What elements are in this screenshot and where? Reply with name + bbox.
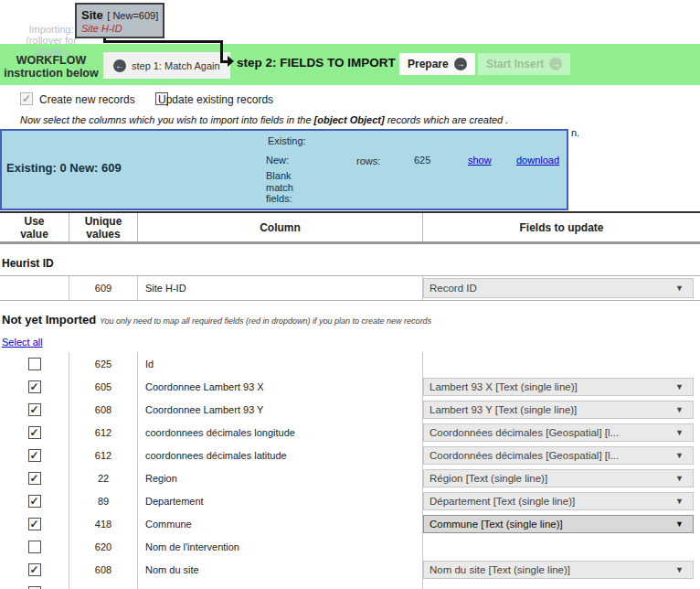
row-unique-count: 22 [69,466,137,489]
row-column-name: Nom du site [137,558,422,581]
table-row: 608 Nom du site Nom du site [Text (singl… [0,558,700,581]
row-field-dropdown[interactable]: Coordonnées décimales [Geospatial] [l...… [423,446,694,465]
table-row: 418 Commune Commune [Text (single line)]… [0,512,700,535]
row-use-checkbox[interactable] [28,426,41,439]
step2-heading: step 2: FIELDS TO IMPORT [237,56,396,70]
summary-rows-value: 625 [414,155,430,166]
row-unique-count: 620 [69,535,137,558]
prepare-button[interactable]: Prepare → [399,53,475,75]
back-arrow-icon: ← [113,59,126,72]
start-insert-button-label: Start Insert [486,58,544,70]
start-insert-button-disabled[interactable]: Start Insert → [478,53,570,75]
table-row: 620 Nom de l'intervention [0,535,700,558]
show-link[interactable]: show [468,155,492,166]
row-unique-count: 612 [69,444,137,466]
row-unique-count: 608 [69,558,137,581]
chevron-down-icon: ▼ [675,562,684,578]
dropdown-value: Coordonnées décimales [Geospatial] [l... [430,450,619,461]
connector-stub [220,60,228,63]
heurist-id-section-title: Heurist ID [2,257,54,270]
import-mapping-page: Importing: (rollover for details) Site [… [0,0,700,589]
tooltip-record-type: Site [81,8,103,22]
row-use-checkbox[interactable] [28,358,41,370]
import-summary-tooltip: Site [ New=609] Site H-ID [75,3,164,38]
row-use-checkbox[interactable] [28,472,41,485]
hidden-sentence-fragment: n. [571,127,579,138]
select-all-link[interactable]: Select all [2,337,43,348]
row-column-name: Region [137,466,422,489]
heurist-id-row: 609 Site H-ID Record ID ▼ [0,275,700,301]
chevron-down-icon: ▼ [675,279,684,297]
row-unique-count: 625 [69,352,137,375]
row-column-name: Id [137,352,422,375]
summary-new-label: New: [266,155,289,166]
row-field-dropdown[interactable]: Commune [Text (single line)] ▼ [423,515,694,533]
row-column-name: Commune [137,512,422,535]
row-field-dropdown[interactable]: Coordonnées décimales [Geospatial] [l...… [423,423,694,442]
update-existing-label: Update existing records [158,93,273,106]
row-use-checkbox[interactable] [28,518,41,530]
row-unique-count: 612 [69,421,137,444]
table-row: 420 Date début [0,581,700,589]
row-field-dropdown[interactable]: Département [Text (single line)] ▼ [423,492,694,510]
mapping-rows-container: 625 Id 605 Coordonnee Lambert 93 X Lambe… [0,352,700,589]
summary-blank-match-label: Blank match fields: [266,170,306,205]
row-column-name: Coordonnee Lambert 93 X [137,375,422,398]
create-new-checkbox[interactable] [20,92,33,105]
tooltip-field-name: Site H-ID [81,23,158,34]
chevron-down-icon: ▼ [675,447,684,464]
dropdown-value: Commune [Text (single line)] [430,519,563,530]
row-unique-count: 420 [69,581,137,589]
summary-totals: Existing: 0 New: 609 [6,161,122,175]
dropdown-value: Département [Text (single line)] [430,496,575,507]
heurist-row-count: 609 [69,276,137,300]
step1-match-again-button[interactable]: ← step 1: Match Again [103,52,230,79]
table-row: 612 coordonnees décimales longitude Coor… [0,421,700,444]
table-row: 625 Id [0,352,700,375]
chevron-down-icon: ▼ [675,470,684,487]
summary-existing-label: Existing: [268,135,306,146]
connector-line-horizontal [103,40,223,43]
row-column-name: Nom de l'intervention [137,535,422,558]
dropdown-value: Coordonnées décimales [Geospatial] [l... [430,427,619,438]
row-field-dropdown[interactable]: Lambert 93 Y [Text (single line)] ▼ [423,401,694,419]
header-column: Column [137,213,422,241]
row-use-checkbox[interactable] [28,449,41,462]
tooltip-title-line: Site [ New=609] [81,6,158,23]
dropdown-value: Lambert 93 X [Text (single line)] [430,381,578,392]
table-row: 612 coordonnees décimales latitude Coord… [0,444,700,466]
row-column-name: coordonnees décimales latitude [137,444,422,466]
row-column-name: coordonnees décimales longitude [137,421,422,444]
table-row: 22 Region Région [Text (single line)] ▼ [0,466,700,489]
chevron-down-icon: ▼ [675,516,684,532]
forward-arrow-icon: → [454,58,467,70]
workflow-label: WORKFLOW instruction below [4,54,99,80]
table-row: 605 Coordonnee Lambert 93 X Lambert 93 X… [0,375,700,398]
record-id-dropdown[interactable]: Record ID ▼ [423,278,694,298]
mapping-table-header: Use value Unique values Column Fields to… [0,211,700,244]
chevron-down-icon: ▼ [675,424,684,441]
row-unique-count: 608 [69,398,137,421]
instruction-text: Now select the columns which you wish to… [20,114,508,125]
row-unique-count: 418 [69,512,137,535]
table-row: 89 Departement Département [Text (single… [0,489,700,512]
row-use-checkbox[interactable] [28,541,41,553]
download-link[interactable]: download [516,155,559,166]
dropdown-value: Lambert 93 Y [Text (single line)] [430,404,577,415]
row-field-dropdown[interactable]: Nom du site [Text (single line)] ▼ [423,561,694,579]
summary-rows-label: rows: [356,155,380,166]
row-use-checkbox[interactable] [28,403,41,416]
row-use-checkbox[interactable] [28,586,41,589]
step1-button-label: step 1: Match Again [132,60,220,71]
tooltip-new-count: [ New=609] [107,10,158,21]
row-field-dropdown[interactable]: Région [Text (single line)] ▼ [423,469,694,487]
row-use-checkbox[interactable] [28,380,41,393]
row-field-dropdown[interactable]: Lambert 93 X [Text (single line)] ▼ [423,378,694,396]
chevron-down-icon: ▼ [675,379,684,395]
row-column-name: Coordonnee Lambert 93 Y [137,398,422,421]
row-use-checkbox[interactable] [28,495,41,508]
dropdown-value: Nom du site [Text (single line)] [430,564,570,575]
forward-arrow-icon: → [549,58,562,70]
row-use-checkbox[interactable] [28,563,41,576]
create-new-label: Create new records [39,93,135,106]
